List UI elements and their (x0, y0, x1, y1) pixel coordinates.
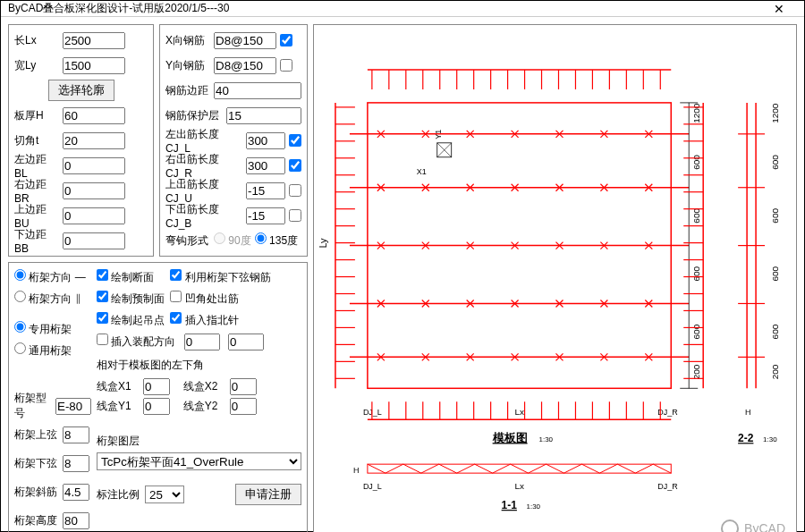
window-title: ByCAD叠合板深化图设计-试用版2020/1/5---30 (8, 1, 761, 16)
xrebar-checkbox[interactable] (280, 34, 292, 46)
h-input[interactable] (63, 107, 125, 124)
svg-text:2-2: 2-2 (738, 432, 754, 444)
svg-text:600: 600 (770, 208, 780, 224)
boxy1-label: 线盒Y1 (97, 399, 140, 414)
svg-text:Y1: Y1 (434, 130, 443, 139)
hook-label: 弯钩形式 (165, 233, 210, 249)
dedicated-radio[interactable]: 专用桁架 (14, 321, 72, 337)
cjr-input[interactable] (246, 157, 285, 174)
cjb-checkbox[interactable] (289, 209, 301, 222)
preview-panel: 1200 600 600 600 600 200 Ly DJ_L Lx DJ_R… (313, 24, 797, 532)
lx-label: 长Lx (14, 33, 59, 48)
draw-lift-checkbox[interactable]: 绘制起吊点 (97, 312, 165, 328)
bb-input[interactable] (63, 232, 125, 249)
model-input[interactable] (55, 398, 91, 415)
t-input[interactable] (63, 132, 125, 149)
corner-rebar-checkbox[interactable]: 凹角处出筋 (170, 291, 238, 307)
svg-text:1200: 1200 (691, 103, 701, 123)
assembly-a1-input[interactable] (184, 334, 220, 350)
yrebar-label: Y向钢筋 (165, 58, 210, 73)
ly-input[interactable] (63, 57, 125, 74)
bl-input[interactable] (63, 157, 125, 174)
assembly-a2-input[interactable] (228, 334, 264, 350)
svg-text:X1: X1 (417, 167, 427, 176)
yrebar-input[interactable] (214, 57, 276, 74)
model-label: 桁架型号 (14, 391, 52, 421)
boxy2-input[interactable] (230, 398, 257, 415)
svg-text:200: 200 (770, 364, 780, 379)
hook135-radio[interactable]: 135度 (255, 232, 298, 249)
svg-text:H: H (353, 466, 359, 475)
svg-text:600: 600 (691, 208, 701, 224)
edge-input[interactable] (214, 82, 301, 99)
boxx1-input[interactable] (143, 378, 170, 395)
br-label: 右边距BR (14, 177, 59, 205)
svg-text:600: 600 (770, 155, 780, 170)
h-label: 板厚H (14, 108, 59, 123)
diag-label: 桁架斜筋 (14, 485, 59, 500)
boxy1-input[interactable] (143, 398, 170, 415)
cjl-checkbox[interactable] (289, 134, 301, 147)
svg-text:DJ_R: DJ_R (657, 482, 678, 491)
svg-text:600: 600 (691, 266, 701, 281)
use-truss-bottom-checkbox[interactable]: 利用桁架下弦钢筋 (170, 269, 270, 285)
boxx1-label: 线盒X1 (97, 379, 140, 394)
svg-text:1:30: 1:30 (527, 502, 541, 511)
general-radio[interactable]: 通用桁架 (14, 342, 72, 359)
cju-label: 上出筋长度CJ_U (165, 177, 242, 205)
cju-input[interactable] (246, 182, 285, 199)
cover-input[interactable] (226, 107, 301, 124)
svg-text:1:30: 1:30 (539, 435, 554, 443)
draw-precast-checkbox[interactable]: 绘制预制面 (97, 291, 165, 307)
cjb-input[interactable] (246, 207, 285, 224)
svg-text:1200: 1200 (770, 103, 780, 123)
svg-text:1:30: 1:30 (763, 435, 777, 443)
svg-text:600: 600 (691, 155, 701, 170)
lx-input[interactable] (63, 32, 125, 49)
hook90-radio[interactable]: 90度 (214, 232, 251, 249)
corner-note: 相对于模板图的左下角 (97, 358, 301, 373)
cjl-input[interactable] (246, 132, 285, 149)
svg-text:H: H (745, 408, 750, 417)
cjr-checkbox[interactable] (289, 159, 301, 172)
bb-label: 下边距BB (14, 227, 59, 255)
insert-compass-checkbox[interactable]: 插入指北针 (170, 312, 238, 328)
scale-label: 标注比例 (97, 487, 141, 502)
svg-text:600: 600 (691, 324, 701, 339)
cover-label: 钢筋保护层 (165, 108, 223, 123)
trussdir1-radio[interactable]: 桁架方向 — (14, 269, 86, 285)
svg-text:DJ_L: DJ_L (363, 482, 382, 491)
edge-label: 钢筋边距 (165, 83, 210, 98)
diag-input[interactable] (63, 484, 89, 501)
t-label: 切角t (14, 133, 59, 148)
bot-input[interactable] (63, 455, 89, 472)
yrebar-checkbox[interactable] (280, 59, 292, 72)
bu-input[interactable] (63, 207, 125, 224)
ly-label: 宽Ly (14, 58, 59, 73)
register-button[interactable]: 申请注册 (235, 484, 301, 505)
bl-label: 左边距BL (14, 152, 59, 180)
insert-assembly-checkbox[interactable]: 插入装配方向 (97, 334, 175, 350)
boxx2-input[interactable] (230, 378, 257, 395)
svg-text:Lx: Lx (515, 481, 525, 491)
close-icon[interactable]: ✕ (761, 2, 797, 16)
cju-checkbox[interactable] (289, 184, 301, 197)
layer-select[interactable]: TcPc桁架平面41_OverRule (97, 452, 301, 470)
br-input[interactable] (63, 182, 125, 199)
height-input[interactable] (63, 512, 89, 529)
xrebar-input[interactable] (214, 32, 276, 49)
draw-section-checkbox[interactable]: 绘制断面 (97, 269, 154, 285)
select-outline-button[interactable]: 选择轮廓 (48, 80, 114, 101)
svg-text:Lx: Lx (515, 407, 525, 417)
boxx2-label: 线盒X2 (183, 379, 226, 394)
svg-text:Ly: Ly (318, 238, 328, 249)
bot-label: 桁架下弦 (14, 456, 59, 471)
cjr-label: 右出筋长度CJ_R (165, 152, 242, 180)
top-input[interactable] (63, 426, 89, 443)
watermark: ByCAD (721, 519, 785, 532)
trussdir2-radio[interactable]: 桁架方向 ‖ (14, 291, 81, 307)
top-label: 桁架上弦 (14, 427, 59, 443)
bu-label: 上边距BU (14, 202, 59, 230)
wechat-icon (721, 519, 739, 532)
scale-select[interactable]: 25 (145, 486, 184, 503)
